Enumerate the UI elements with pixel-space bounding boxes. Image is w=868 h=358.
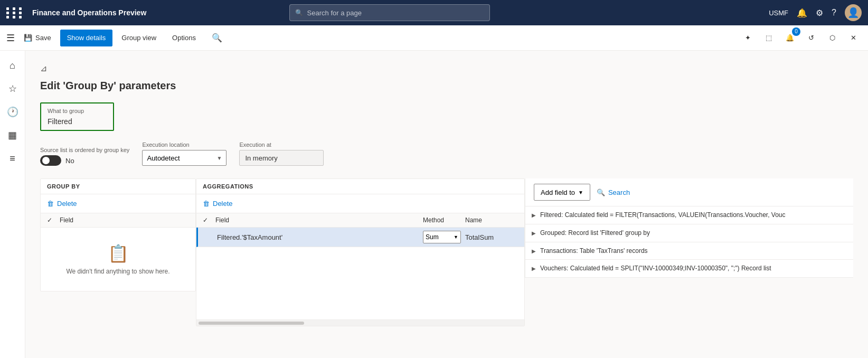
toggle-row: No <box>40 155 129 166</box>
left-sidebar: ⌂ ☆ 🕐 ▦ ≡ <box>0 51 25 358</box>
group-by-panel: GROUP BY 🗑 Delete ✓ Field 📋 We didn't fi… <box>40 178 196 291</box>
aggregations-delete-button[interactable]: 🗑 Delete <box>203 197 233 210</box>
expand-icon-2: ▶ <box>532 248 536 254</box>
what-to-group-label: What to group <box>48 108 107 114</box>
expand-icon-0: ▶ <box>532 212 536 218</box>
what-to-group-box[interactable]: What to group Filtered <box>40 102 114 131</box>
execution-location-group: Execution location Autodetect ▼ <box>142 142 227 166</box>
bell-icon: 🔔 <box>786 34 794 42</box>
aggregations-panel: AGGREGATIONS 🗑 Delete ✓ Field Method Nam… <box>196 178 525 326</box>
aggregations-col-header: ✓ Field Method Name <box>196 213 524 228</box>
source-list-toggle[interactable] <box>40 155 61 166</box>
execution-at-label: Execution at <box>239 142 324 148</box>
field-col-aggr: Field <box>215 216 423 224</box>
sidebar-home-icon[interactable]: ⌂ <box>2 55 23 76</box>
group-view-button[interactable]: Group view <box>115 30 163 46</box>
group-by-delete-button[interactable]: 🗑 Delete <box>47 197 77 210</box>
aggregations-actions: 🗑 Delete <box>196 194 524 213</box>
aggr-name: TotalSum <box>465 233 518 241</box>
aggregations-body: Filtered.'$TaxAmount' Sum ▼ TotalSum <box>196 228 524 319</box>
empty-icon: 📋 <box>108 243 129 263</box>
ds-text-3: Vouchers: Calculated field = SPLIT("INV-… <box>540 264 847 273</box>
search-link[interactable]: 🔍 Search <box>597 189 630 196</box>
execution-location-dropdown[interactable]: Autodetect ▼ <box>142 150 227 166</box>
toggle-knob <box>42 157 50 164</box>
execution-at-group: Execution at In memory <box>239 142 324 166</box>
hamburger-icon[interactable]: ☰ <box>6 32 15 44</box>
aggregations-header: AGGREGATIONS <box>196 179 524 194</box>
aggr-field: Filtered.'$TaxAmount' <box>217 233 423 241</box>
toggle-text: No <box>65 157 74 165</box>
app-grid-icon[interactable] <box>6 7 24 18</box>
notification-icon[interactable]: 🔔 <box>797 8 807 18</box>
diamond-icon[interactable]: ✦ <box>739 30 756 46</box>
filter-icon[interactable]: ⊿ <box>40 63 47 73</box>
sidebar-list-icon[interactable]: ≡ <box>2 148 23 169</box>
aggregation-row[interactable]: Filtered.'$TaxAmount' Sum ▼ TotalSum <box>196 228 524 247</box>
main-layout: ⌂ ☆ 🕐 ▦ ≡ ⊿ Edit 'Group By' parameters W… <box>0 51 868 358</box>
ds-text-2: Transactions: Table 'TaxTrans' records <box>540 247 847 256</box>
action-bar-right: ✦ ⬚ 🔔 0 ↺ ⬡ ✕ <box>739 30 862 46</box>
sidebar-history-icon[interactable]: 🕐 <box>2 101 23 123</box>
save-icon: 💾 <box>24 34 32 42</box>
group-by-header: GROUP BY <box>41 179 195 194</box>
close-icon[interactable]: ✕ <box>845 30 862 46</box>
scroll-thumb <box>199 322 304 325</box>
main-content: ⊿ Edit 'Group By' parameters What to gro… <box>25 51 868 358</box>
sidebar-grid-icon[interactable]: ▦ <box>2 125 23 146</box>
action-bar: ☰ 💾 Save Show details Group view Options… <box>0 25 868 51</box>
search-placeholder: Search for a page <box>307 9 362 17</box>
ds-item-3[interactable]: ▶ Vouchers: Calculated field = SPLIT("IN… <box>525 260 853 278</box>
execution-at-value: In memory <box>239 150 324 166</box>
ds-text-0: Filtered: Calculated field = FILTER(Tran… <box>540 211 847 220</box>
notification-bar-icon[interactable]: 🔔 0 <box>781 30 798 46</box>
search-icon: 🔍 <box>295 9 303 16</box>
open-in-new-icon[interactable]: ⬡ <box>824 30 841 46</box>
name-col-aggr: Name <box>465 216 518 224</box>
ds-item-2[interactable]: ▶ Transactions: Table 'TaxTrans' records <box>525 242 853 260</box>
top-navigation: Finance and Operations Preview 🔍 Search … <box>0 0 868 25</box>
check-col: ✓ <box>47 216 60 224</box>
search-icon-link: 🔍 <box>597 189 605 196</box>
ds-item-0[interactable]: ▶ Filtered: Calculated field = FILTER(Tr… <box>525 206 853 224</box>
expand-icon-1: ▶ <box>532 230 536 236</box>
source-list-label: Source list is ordered by group key <box>40 147 129 153</box>
field-col-label: Field <box>60 216 189 224</box>
ds-item-1[interactable]: ▶ Grouped: Record list 'Filtered' group … <box>525 224 853 242</box>
refresh-icon[interactable]: ↺ <box>803 30 819 46</box>
what-to-group-value: Filtered <box>48 117 107 126</box>
show-details-button[interactable]: Show details <box>60 30 113 46</box>
method-col-aggr: Method <box>423 216 465 224</box>
execution-location-label: Execution location <box>142 142 227 148</box>
group-by-actions: 🗑 Delete <box>41 194 195 213</box>
page-title: Edit 'Group By' parameters <box>40 80 853 92</box>
app-title: Finance and Operations Preview <box>32 8 146 17</box>
sidebar-star-icon[interactable]: ☆ <box>2 78 23 99</box>
trash-icon-aggr: 🗑 <box>203 200 210 208</box>
right-panel: Add field to ▼ 🔍 Search ▶ Filtered: Calc… <box>525 178 853 278</box>
avatar[interactable]: 👤 <box>845 4 862 21</box>
empty-state: 📋 We didn't find anything to show here. <box>41 228 195 291</box>
options-button[interactable]: Options <box>165 30 203 46</box>
save-button[interactable]: 💾 Save <box>17 30 58 46</box>
filter-search-button[interactable]: 🔍 <box>205 30 229 46</box>
check-col-aggr: ✓ <box>203 216 215 224</box>
horizontal-scrollbar[interactable] <box>196 319 524 326</box>
ds-text-1: Grouped: Record list 'Filtered' group by <box>540 229 847 238</box>
right-panel-header: Add field to ▼ 🔍 Search <box>525 178 853 206</box>
group-by-body: 📋 We didn't find anything to show here. <box>41 228 195 291</box>
help-icon[interactable]: ? <box>832 8 836 17</box>
group-by-col-header: ✓ Field <box>41 213 195 228</box>
trash-icon: 🗑 <box>47 200 54 208</box>
aggr-method-select[interactable]: Sum ▼ <box>423 231 461 243</box>
add-field-button[interactable]: Add field to ▼ <box>534 184 590 201</box>
panels-area: GROUP BY 🗑 Delete ✓ Field 📋 We didn't fi… <box>40 178 853 326</box>
expand-icon-3: ▶ <box>532 266 536 271</box>
chevron-icon: ▼ <box>454 234 458 240</box>
columns-icon[interactable]: ⬚ <box>760 30 777 46</box>
data-source-list: ▶ Filtered: Calculated field = FILTER(Tr… <box>525 206 853 278</box>
source-list-group: Source list is ordered by group key No <box>40 147 129 166</box>
settings-icon[interactable]: ⚙ <box>816 8 823 18</box>
aggr-method: Sum ▼ <box>423 231 465 243</box>
global-search[interactable]: 🔍 Search for a page <box>289 4 490 21</box>
